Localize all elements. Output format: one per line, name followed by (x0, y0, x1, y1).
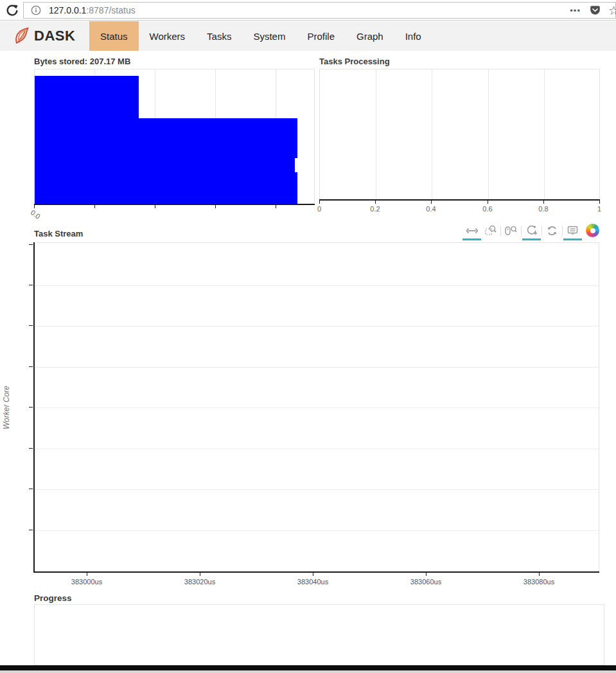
bytes-x-tick-label: 0.0 (30, 208, 42, 220)
axis-tick (87, 573, 87, 576)
axis-tick (29, 448, 33, 449)
axis-tick (215, 205, 216, 208)
axis-tick (29, 407, 33, 408)
task-stream-x-axis (33, 571, 599, 573)
gridline (376, 69, 376, 199)
axis-tick (599, 201, 600, 204)
progress-plot (34, 604, 604, 665)
url-path: :8787/status (86, 5, 135, 15)
axis-tick (313, 573, 313, 576)
url-bar[interactable]: 127.0.0.1:8787/status ••• ☆ (23, 2, 616, 19)
tasks-processing-plot (319, 69, 600, 200)
bookmark-star-icon[interactable]: ☆ (608, 4, 616, 17)
axis-tick (543, 201, 544, 204)
dask-navbar: DASK Status Workers Tasks System Profile… (0, 21, 616, 51)
x-tick-label: 0.8 (538, 205, 548, 213)
x-tick-label: 383060us (410, 578, 441, 586)
reload-icon[interactable] (5, 3, 19, 17)
toolbar-separator (500, 226, 501, 236)
tab-tasks[interactable]: Tasks (196, 21, 242, 51)
x-tick-label: 383000us (71, 578, 102, 586)
axis-tick (539, 573, 540, 576)
axis-tick (426, 573, 427, 576)
site-info-icon[interactable] (31, 5, 41, 15)
box-zoom-tool-icon[interactable] (481, 223, 500, 240)
bytes-bar-2 (139, 118, 297, 204)
axis-tick (94, 205, 95, 208)
x-wheel-zoom-tool-icon[interactable] (522, 223, 541, 240)
tab-graph[interactable]: Graph (346, 21, 394, 51)
x-tick-label: 383040us (297, 578, 328, 586)
task-stream-y-axis-label: Worker Core (2, 382, 11, 433)
bokeh-toolbar (462, 222, 599, 241)
axis-tick (431, 201, 432, 204)
progress-title: Progress (34, 593, 72, 603)
nav-tabs: Status Workers Tasks System Profile Grap… (89, 21, 432, 51)
wheel-zoom-tool-icon[interactable] (502, 223, 520, 240)
hover-tool-icon[interactable] (563, 223, 582, 240)
axis-tick (29, 325, 33, 326)
axis-tick (200, 573, 200, 576)
task-stream-y-axis (33, 242, 35, 573)
axis-tick (375, 201, 376, 204)
x-tick-label: 1 (597, 205, 601, 213)
gridline (33, 530, 599, 531)
tab-workers[interactable]: Workers (139, 21, 197, 51)
axis-tick (29, 489, 33, 489)
tab-info[interactable]: Info (394, 21, 432, 51)
axis-tick (319, 201, 320, 204)
window-bottom-edge (0, 665, 616, 670)
toolbar-separator (521, 226, 522, 236)
tasks-processing-title: Tasks Processing (319, 57, 390, 66)
url-text: 127.0.0.1:8787/status (49, 5, 570, 15)
tab-profile[interactable]: Profile (296, 21, 346, 51)
axis-tick (155, 205, 155, 208)
task-stream-plot[interactable] (33, 242, 599, 572)
gridline (33, 326, 599, 327)
x-tick-label: 383020us (184, 578, 215, 586)
gridline (33, 408, 599, 408)
gridline (33, 367, 599, 368)
axis-tick (29, 285, 33, 285)
x-tick-label: 0.2 (370, 205, 380, 213)
taskbar-strip (0, 670, 616, 673)
axis-tick (29, 244, 33, 245)
tab-system[interactable]: System (242, 21, 296, 51)
dask-leaf-logo-icon (12, 25, 32, 47)
axis-tick (29, 366, 33, 367)
bytes-bar-1 (35, 76, 139, 204)
pocket-icon[interactable] (590, 5, 601, 16)
dask-brand: DASK (0, 21, 89, 51)
axis-tick (488, 201, 488, 204)
bytes-stored-title: Bytes stored: 207.17 MB (34, 57, 130, 66)
toolbar-separator (562, 226, 563, 236)
gridline (33, 489, 599, 490)
tasks-processing-x-axis (319, 199, 600, 201)
axis-tick (29, 530, 33, 530)
x-pan-tool-icon[interactable] (462, 223, 481, 240)
url-host: 127.0.0.1 (49, 5, 86, 15)
reset-tool-icon[interactable] (543, 223, 561, 240)
task-stream-title: Task Stream (34, 229, 83, 238)
gridline (33, 449, 599, 449)
axis-tick (276, 205, 276, 208)
x-tick-label: 0.6 (482, 205, 492, 213)
tab-status[interactable]: Status (89, 21, 139, 51)
bytes-stored-plot (34, 69, 315, 204)
dask-brand-name: DASK (34, 28, 75, 44)
bokeh-logo-icon[interactable] (586, 224, 599, 237)
gridline (432, 69, 432, 199)
gridline (33, 285, 599, 286)
x-tick-label: 383080us (524, 578, 554, 586)
browser-toolbar: 127.0.0.1:8787/status ••• ☆ (0, 0, 616, 21)
dask-dashboard-page: 127.0.0.1:8787/status ••• ☆ DASK (0, 0, 616, 673)
gridline (544, 69, 545, 199)
page-actions-menu-icon[interactable]: ••• (570, 6, 581, 15)
x-tick-label: 0.4 (426, 205, 436, 213)
bytes-x-axis (34, 204, 315, 205)
x-tick-label: 0 (317, 205, 321, 213)
gridline (488, 69, 489, 199)
bytes-bar-notch (295, 158, 298, 172)
toolbar-separator (541, 226, 542, 236)
